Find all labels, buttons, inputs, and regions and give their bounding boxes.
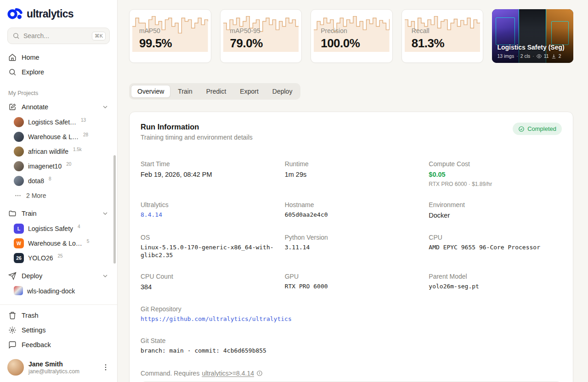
kebab-menu-icon: [102, 363, 110, 371]
field-value[interactable]: https://github.com/ultralytics/ultralyti…: [141, 315, 562, 323]
field-label: Runtime: [285, 160, 418, 168]
tab-overview[interactable]: Overview: [131, 85, 170, 98]
field: Ultralytics 8.4.14: [141, 201, 274, 220]
command-label: Command. Requires ultralytics>=8.4.14: [141, 370, 562, 377]
sidebar-train-item[interactable]: L Logistics Safety 4: [9, 221, 113, 236]
field-value: branch: main · commit: 4cb6d659b855: [141, 347, 562, 355]
annotate-item-list: Logistics Safet… 13 Warehouse & L… 28 af: [0, 115, 117, 188]
sidebar: ultralytics ⌘K Home Explore My: [0, 0, 118, 382]
metric-value: 100.0%: [321, 36, 360, 51]
sidebar-item-explore[interactable]: Explore: [4, 65, 113, 79]
deploy-item-list: wls-loading-dock: [0, 284, 117, 298]
sidebar-project-item[interactable]: dota8 8: [9, 174, 113, 188]
project-thumbnail-card[interactable]: Logistics Safety (Seg) 13 imgs · 2 cls ·…: [492, 9, 573, 63]
search-box[interactable]: ⌘K: [7, 28, 110, 44]
field-value: 605d0aa2e4c0: [285, 211, 418, 219]
project-avatar: [14, 176, 24, 186]
sidebar-nav: Home Explore: [0, 50, 117, 80]
field-label: Compute Cost: [429, 160, 562, 168]
tab-train[interactable]: Train: [171, 85, 198, 98]
gear-icon: [8, 326, 17, 334]
field: Python Version 3.11.14: [285, 234, 418, 259]
tab-predict[interactable]: Predict: [200, 85, 233, 98]
feedback-icon: [8, 341, 17, 349]
sidebar-scrollbar[interactable]: [113, 155, 116, 264]
tab-deploy[interactable]: Deploy: [266, 85, 299, 98]
train-count-badge: 5: [87, 239, 90, 244]
metric-label: Precision: [321, 27, 347, 34]
sidebar-train-item[interactable]: W Warehouse & Lo… 5: [9, 236, 113, 251]
sidebar-section-deploy[interactable]: Deploy: [4, 269, 113, 283]
chevron-down-icon: [102, 210, 109, 217]
annotate-section: Annotate Logistics Safet… 13: [0, 100, 117, 203]
field-label: Git Repository: [141, 305, 562, 313]
field: GPU RTX PRO 6000: [285, 273, 418, 292]
field-label: GPU: [285, 273, 418, 280]
sidebar-item-feedback[interactable]: Feedback: [4, 338, 113, 352]
annotate-icon: [8, 103, 17, 111]
project-count-badge: 20: [66, 162, 71, 167]
field-value[interactable]: 8.4.14: [141, 211, 274, 219]
field: CPU AMD EPYC 9655 96-Core Processor: [429, 234, 562, 259]
search-shortcut-kbd: ⌘K: [92, 32, 106, 40]
sidebar-item-trash[interactable]: Trash: [4, 309, 113, 322]
footer-label-trash: Trash: [22, 312, 39, 319]
deploy-item-name: wls-loading-dock: [27, 286, 75, 296]
field-label: Git State: [141, 337, 562, 344]
field-label: Python Version: [285, 234, 418, 241]
project-name: Logistics Safet…: [28, 117, 76, 127]
metric-label: mAP50: [139, 27, 160, 34]
metrics-row: mAP50 99.5% mAP50-95 79.0% Precision 100…: [129, 9, 573, 63]
ellipsis-icon: [14, 191, 22, 200]
search-input[interactable]: [23, 32, 88, 39]
sidebar-project-item[interactable]: african wildlife 1.5k: [9, 144, 113, 159]
search-icon: [12, 32, 20, 39]
avatar: [7, 359, 24, 376]
ultralytics-logo-icon: [7, 7, 23, 20]
tab-export[interactable]: Export: [233, 85, 265, 98]
sidebar-project-item[interactable]: Warehouse & L… 28: [9, 129, 113, 144]
sidebar-more-projects[interactable]: 2 More: [9, 188, 113, 203]
field: Git State branch: main · commit: 4cb6d65…: [141, 337, 562, 355]
deploy-icon: [8, 272, 17, 280]
field-label: CPU: [429, 234, 562, 241]
sidebar-project-item[interactable]: Logistics Safet… 13: [9, 115, 113, 129]
sidebar-section-annotate[interactable]: Annotate: [4, 100, 113, 114]
model-badge: 26: [14, 253, 24, 263]
sidebar-project-item[interactable]: imagenet10 20: [9, 159, 113, 174]
sidebar-project-tree: Annotate Logistics Safet… 13: [0, 99, 117, 304]
project-avatar: [14, 132, 24, 142]
project-count-badge: 8: [49, 176, 51, 181]
status-label: Completed: [527, 125, 556, 132]
project-count-badge: 1.5k: [73, 147, 82, 152]
metric-card-map50: mAP50 99.5%: [129, 9, 211, 63]
sidebar-item-home[interactable]: Home: [4, 51, 113, 64]
run-information-card: Run Information Training timing and envi…: [129, 112, 573, 382]
field: Parent Model yolo26m-seg.pt: [429, 273, 562, 292]
ultralytics-logo[interactable]: ultralytics: [0, 0, 117, 27]
train-item-name: Warehouse & Lo…: [28, 238, 82, 248]
sidebar-deploy-item[interactable]: wls-loading-dock: [9, 284, 113, 298]
command-requirement: ultralytics>=8.4.14: [202, 370, 254, 377]
section-label-annotate: Annotate: [22, 103, 48, 111]
field: CPU Count 384: [141, 273, 274, 292]
check-circle-icon: [518, 126, 525, 132]
field-value: Feb 19, 2026, 08:42 PM: [141, 170, 274, 179]
field-label: Hostname: [285, 201, 418, 208]
model-badge: W: [14, 238, 24, 248]
sidebar-section-train[interactable]: Train: [4, 207, 113, 220]
project-count-badge: 13: [81, 118, 86, 123]
field-value: Linux-5.15.0-170-generic-x86_64-with-gli…: [141, 244, 274, 259]
user-name: Jane Smith: [28, 360, 96, 368]
project-views-count: 11: [544, 53, 549, 59]
tab-bar: Overview Train Predict Export Deploy: [129, 83, 300, 100]
train-item-name: YOLO26: [28, 253, 53, 263]
user-account-row[interactable]: Jane Smith jane@ultralytics.com: [0, 354, 117, 382]
sidebar-train-item[interactable]: 26 YOLO26 25: [9, 251, 113, 265]
user-menu-button[interactable]: [101, 362, 111, 372]
info-icon: [256, 370, 263, 376]
project-name: african wildlife: [28, 146, 68, 157]
train-count-badge: 4: [78, 224, 80, 229]
sidebar-item-settings[interactable]: Settings: [4, 323, 113, 337]
train-section: Train L Logistics Safety 4 W Wa: [0, 207, 117, 265]
